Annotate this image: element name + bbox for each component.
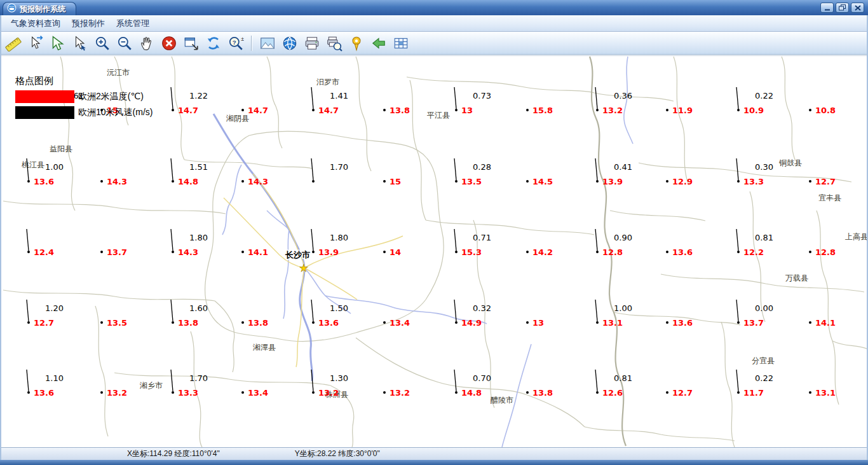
temperature-value: 13.9: [602, 177, 623, 186]
back-arrow-icon[interactable]: [369, 34, 388, 52]
window-frame-bottom: [0, 460, 868, 465]
wind-speed-value: 0.81: [755, 233, 773, 242]
select-elements-icon[interactable]: [71, 34, 90, 52]
grid-point: 12.4: [27, 229, 54, 257]
wind-speed-value: 0.41: [614, 162, 632, 172]
export-map-icon[interactable]: [182, 34, 201, 52]
map-canvas[interactable]: 沅江市汨罗市湘阴县平江县益阳县桃江县铜鼓县宜丰县上高县万载县湘潭县湘乡市株洲县醴…: [0, 55, 868, 447]
grid-point: 15.8: [526, 106, 553, 115]
wind-speed-value: 0.90: [614, 233, 632, 242]
grid-point: 13.5: [100, 318, 127, 328]
select-feature-icon[interactable]: [26, 34, 45, 52]
grid-point: 12.7: [809, 177, 836, 186]
temperature-value: 14.7: [178, 106, 198, 115]
temperature-value: 14.9: [461, 318, 482, 328]
print-icon[interactable]: [302, 34, 322, 52]
temperature-value: 13.6: [318, 318, 339, 328]
city-star-icon: ★: [299, 262, 308, 274]
identify-icon[interactable]: ?±: [226, 34, 245, 52]
grid-point: 12.7: [666, 388, 693, 398]
pan-hand-icon[interactable]: [137, 34, 156, 52]
map-label: 分宜县: [752, 356, 775, 365]
temperature-value: 13.2: [107, 388, 127, 398]
map-label: 湘乡市: [139, 381, 163, 390]
temperature-value: 14.7: [318, 106, 339, 115]
legend-label-wind: 欧洲10米风速(m/s): [78, 107, 153, 118]
refresh-icon[interactable]: [204, 34, 223, 52]
wind-speed-value: 0.70: [473, 373, 491, 383]
globe-icon[interactable]: [280, 34, 299, 52]
minimize-button[interactable]: [820, 3, 834, 13]
temperature-value: 13.2: [390, 388, 410, 398]
grid-point: 13.1: [809, 388, 836, 398]
temperature-value: 13.2: [602, 106, 623, 115]
temperature-value: 11.9: [672, 106, 693, 115]
close-button[interactable]: [851, 3, 864, 13]
grid-point: 13.4: [241, 388, 268, 398]
wind-speed-value: 1.10: [45, 373, 64, 383]
wind-speed-value: 0.30: [755, 162, 773, 172]
insert-image-icon[interactable]: [258, 34, 277, 52]
temperature-value: 15.3: [461, 247, 482, 257]
temperature-value: 13.1: [815, 388, 836, 398]
grid-point: 14.80.70: [454, 370, 491, 398]
menu-item-3[interactable]: 系统管理: [111, 16, 155, 31]
zoom-out-icon[interactable]: [115, 34, 134, 52]
temperature-value: 12.7: [815, 177, 836, 186]
temperature-value: 12.8: [815, 247, 836, 257]
locate-pin-icon[interactable]: [347, 34, 366, 52]
temperature-value: 14.5: [532, 177, 553, 186]
zoom-in-icon[interactable]: [93, 34, 112, 52]
map-label: 铜鼓县: [778, 158, 802, 167]
temperature-value: 14.8: [178, 177, 198, 186]
pointer-arrow-icon[interactable]: [48, 34, 67, 52]
wind-speed-value: 0.71: [473, 233, 491, 242]
map-legend: 格点图例 欧洲2米温度(℃) 欧洲10米风速(m/s): [15, 75, 153, 122]
grid-point: 13.61.10: [27, 370, 64, 398]
temperature-value: 13.3: [178, 388, 198, 398]
temperature-value: 13: [532, 318, 544, 328]
temperature-value: 13.7: [107, 247, 127, 257]
temperature-value: 14.3: [107, 177, 127, 186]
wind-speed-value: 1.80: [189, 233, 208, 242]
wind-speed-value: 1.80: [330, 233, 348, 242]
temperature-value: 10.9: [743, 106, 764, 115]
grid-point: 13.50.28: [454, 158, 491, 186]
grid-point: 14.3: [100, 177, 127, 186]
map-label: 上高县: [845, 232, 868, 241]
grid-point: 14.71.22: [171, 87, 208, 115]
menu-item-2[interactable]: 预报制作: [66, 16, 111, 31]
grid-point: 14.5: [526, 177, 553, 186]
wind-speed-value: 1.22: [189, 91, 208, 101]
wind-speed-value: 1.70: [189, 373, 208, 383]
map-label: 万载县: [785, 274, 808, 282]
measure-ruler-icon[interactable]: [4, 34, 23, 52]
temperature-value: 13.8: [248, 318, 268, 328]
menu-item-1[interactable]: 气象资料查询: [5, 16, 66, 31]
map-label: 宜丰县: [818, 193, 841, 202]
grid-point: 13.8: [241, 318, 268, 328]
temperature-value: 13: [461, 106, 473, 115]
grid-point: 13.81.60: [171, 300, 208, 328]
map-label: 醴陵市: [491, 396, 513, 405]
menu-bar: 气象资料查询预报制作系统管理: [0, 15, 868, 32]
temperature-value: 13.7: [743, 318, 764, 328]
clear-icon[interactable]: [159, 34, 179, 52]
grid-point: 12.71.20: [27, 300, 64, 328]
restore-button[interactable]: [836, 3, 849, 13]
grid-point: 13.2: [383, 388, 410, 398]
grid-point: 13.7: [100, 247, 127, 257]
print-preview-icon[interactable]: [325, 34, 344, 52]
wind-speed-value: 1.41: [330, 91, 348, 101]
grid-point: 12.9: [666, 177, 693, 186]
temperature-value: 13.5: [107, 318, 127, 328]
temperature-value: 13.1: [602, 318, 623, 328]
temperature-value: 13.6: [34, 177, 54, 186]
temperature-value: 15.8: [532, 106, 553, 115]
window-frame-left: [0, 15, 1, 460]
wind-speed-value: 1.51: [189, 162, 208, 172]
wind-speed-value: 0.32: [473, 303, 491, 313]
fishnet-grid-icon[interactable]: [391, 34, 410, 52]
grid-point: 10.90.22: [736, 87, 773, 115]
temperature-value: 12.7: [34, 318, 54, 328]
